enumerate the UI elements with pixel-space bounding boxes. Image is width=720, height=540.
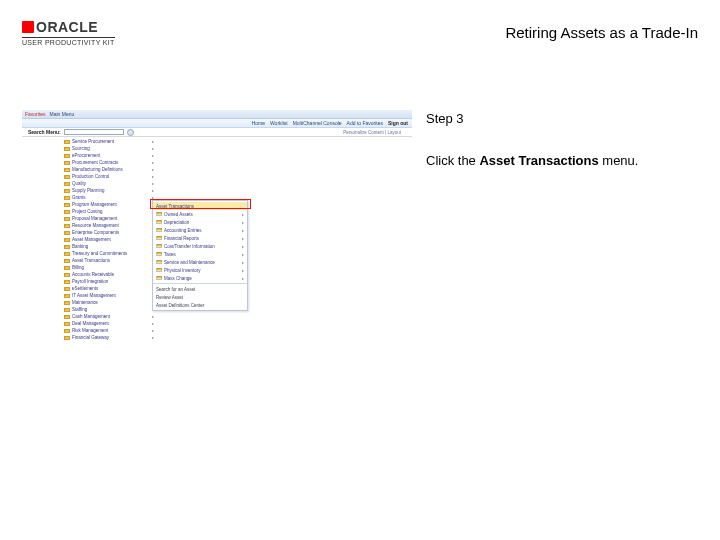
submenu-item[interactable]: Asset Definitions Center (153, 301, 247, 309)
folder-icon (156, 236, 162, 240)
folder-icon (64, 231, 70, 235)
submenu-item[interactable]: Mass Change▸ (153, 274, 247, 282)
nav-add-favorites[interactable]: Add to Favorites (347, 120, 383, 126)
menu-item[interactable]: eSettlements▸ (64, 285, 154, 292)
folder-icon (64, 266, 70, 270)
folder-icon (64, 329, 70, 333)
folder-icon (64, 336, 70, 340)
folder-icon (64, 168, 70, 172)
app-screenshot: Favorites Main Menu Home Worklist MultiC… (22, 110, 412, 350)
submenu-item[interactable]: Financial Reports▸ (153, 234, 247, 242)
step-label: Step 3 (426, 110, 698, 128)
folder-icon (64, 182, 70, 186)
folder-icon (64, 140, 70, 144)
search-input[interactable] (64, 129, 124, 135)
menu-item[interactable]: Service Procurement▸ (64, 138, 154, 145)
menu-item[interactable]: eProcurement▸ (64, 152, 154, 159)
folder-icon (64, 245, 70, 249)
nav-signout[interactable]: Sign out (388, 120, 408, 126)
folder-icon (64, 315, 70, 319)
upk-label: USER PRODUCTIVITY KIT (22, 37, 115, 46)
folder-icon (64, 196, 70, 200)
menu-item[interactable]: Maintenance▸ (64, 299, 154, 306)
menu-item[interactable]: Asset Transactions▸ (64, 257, 154, 264)
menu-item[interactable]: Quality▸ (64, 180, 154, 187)
instruction-text: Click the Asset Transactions menu. (426, 152, 698, 170)
brand-block: ORACLE USER PRODUCTIVITY KIT (22, 19, 115, 46)
submenu-item[interactable]: Accounting Entries▸ (153, 226, 247, 234)
menu-item[interactable]: Banking▸ (64, 243, 154, 250)
menu-item[interactable]: Sourcing▸ (64, 145, 154, 152)
menu-item[interactable]: Project Costing▸ (64, 208, 154, 215)
menu-item[interactable]: Production Control▸ (64, 173, 154, 180)
menu-item[interactable]: Asset Management▸ (64, 236, 154, 243)
oracle-logo-icon (22, 21, 34, 33)
oracle-word: ORACLE (36, 19, 98, 35)
folder-icon (156, 276, 162, 280)
folder-icon (156, 228, 162, 232)
folder-icon (64, 210, 70, 214)
breadcrumb-main-menu[interactable]: Main Menu (50, 111, 75, 117)
instruction-panel: Step 3 Click the Asset Transactions menu… (426, 110, 698, 170)
submenu-item[interactable]: Search for an Asset (153, 285, 247, 293)
nav-home[interactable]: Home (252, 120, 265, 126)
personalize-link[interactable]: Personalize Content | Layout (343, 130, 401, 135)
folder-icon (64, 217, 70, 221)
search-go-icon[interactable] (127, 129, 134, 136)
submenu-item[interactable]: Review Asset (153, 293, 247, 301)
main-menu-list: Service Procurement▸ Sourcing▸ eProcurem… (64, 138, 154, 341)
breadcrumb-favorites[interactable]: Favorites (25, 111, 46, 117)
menu-item[interactable]: IT Asset Management▸ (64, 292, 154, 299)
submenu-item[interactable]: Taxes▸ (153, 250, 247, 258)
nav-worklist[interactable]: Worklist (270, 120, 288, 126)
folder-icon (64, 161, 70, 165)
folder-icon (156, 252, 162, 256)
menu-item[interactable]: Accounts Receivable▸ (64, 271, 154, 278)
menu-item[interactable]: Billing▸ (64, 264, 154, 271)
asset-transactions-submenu: Asset Transactions Owned Assets▸ Depreci… (152, 200, 248, 311)
submenu-item[interactable]: Cost/Transfer Information▸ (153, 242, 247, 250)
menu-item[interactable]: Resource Management▸ (64, 222, 154, 229)
search-label: Search Menu: (28, 129, 61, 135)
folder-icon (156, 220, 162, 224)
header: ORACLE USER PRODUCTIVITY KIT Retiring As… (0, 0, 720, 56)
folder-icon (156, 268, 162, 272)
folder-icon (64, 154, 70, 158)
folder-icon (64, 280, 70, 284)
menu-item[interactable]: Staffing▸ (64, 306, 154, 313)
folder-icon (156, 212, 162, 216)
menu-item[interactable]: Treasury and Commitments▸ (64, 250, 154, 257)
folder-icon (64, 301, 70, 305)
folder-icon (64, 175, 70, 179)
page-title: Retiring Assets as a Trade-In (505, 24, 698, 41)
submenu-item[interactable]: Physical Inventory▸ (153, 266, 247, 274)
menu-item[interactable]: Grants▸ (64, 194, 154, 201)
menu-item[interactable]: Manufacturing Definitions▸ (64, 166, 154, 173)
submenu-item[interactable]: Service and Maintenance▸ (153, 258, 247, 266)
submenu-item[interactable]: Owned Assets▸ (153, 210, 247, 218)
menu-item[interactable]: Deal Management▸ (64, 320, 154, 327)
menu-item[interactable]: Supply Planning▸ (64, 187, 154, 194)
folder-icon (64, 322, 70, 326)
folder-icon (64, 287, 70, 291)
menu-item[interactable]: Proposal Management▸ (64, 215, 154, 222)
menu-item[interactable]: Procurement Contracts▸ (64, 159, 154, 166)
folder-icon (64, 224, 70, 228)
menu-item[interactable]: Enterprise Components▸ (64, 229, 154, 236)
folder-icon (64, 238, 70, 242)
submenu-item[interactable]: Depreciation▸ (153, 218, 247, 226)
menu-item[interactable]: Cash Management▸ (64, 313, 154, 320)
folder-icon (64, 259, 70, 263)
menu-item[interactable]: Risk Management▸ (64, 327, 154, 334)
folder-icon (64, 203, 70, 207)
nav-multichannel[interactable]: MultiChannel Console (293, 120, 342, 126)
folder-icon (64, 308, 70, 312)
menu-item[interactable]: Payroll Integration▸ (64, 278, 154, 285)
folder-icon (64, 294, 70, 298)
menu-item[interactable]: Financial Gateway▸ (64, 334, 154, 341)
menu-item[interactable]: Program Management▸ (64, 201, 154, 208)
submenu-asset-transactions[interactable]: Asset Transactions (153, 202, 247, 210)
folder-icon (64, 273, 70, 277)
folder-icon (156, 260, 162, 264)
folder-icon (64, 189, 70, 193)
